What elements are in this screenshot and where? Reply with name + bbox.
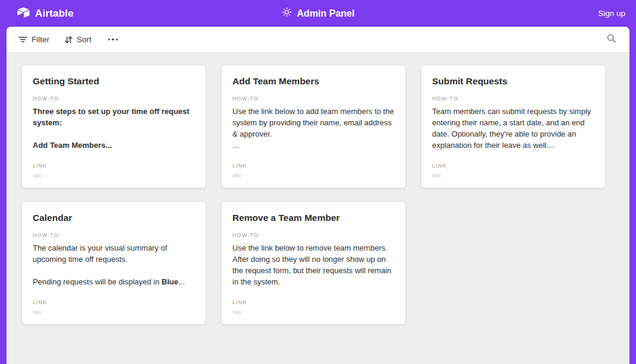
filter-lines-icon	[18, 36, 27, 43]
sun-icon	[282, 7, 292, 20]
howto-field-label: HOW-TO:	[33, 96, 195, 102]
filter-label: Filter	[32, 35, 49, 44]
ellipsis-icon	[108, 39, 111, 41]
card-body: The calendar is your visual summary of u…	[33, 242, 195, 299]
card-title: Remove a Team Member	[232, 213, 395, 223]
airtable-mark-icon	[17, 7, 30, 21]
link-field-label: LINK	[232, 163, 395, 169]
body-paragraph: Team members can submit requests by simp…	[432, 106, 594, 151]
card-remove-team-member[interactable]: Remove a Team Member HOW-TO: Use the lin…	[221, 201, 406, 325]
link-field-label: LINK	[232, 299, 395, 305]
sign-up-link[interactable]: Sign up	[598, 9, 626, 18]
link-placeholder-pill	[232, 311, 241, 314]
card-add-team-members[interactable]: Add Team Members HOW-TO: Use the link be…	[221, 65, 406, 188]
link-field: LINK	[232, 163, 395, 181]
link-placeholder-pill	[33, 174, 42, 178]
airtable-logo[interactable]: Airtable	[17, 7, 74, 21]
more-options-button[interactable]	[107, 36, 119, 43]
body-paragraph: Three steps to set up your time off requ…	[33, 106, 195, 128]
card-title: Calendar	[33, 213, 195, 223]
page-title: Admin Panel	[297, 8, 355, 19]
body-paragraph: Add Team Members...	[33, 140, 195, 151]
brand-wordmark: Airtable	[35, 8, 74, 20]
app-header: Airtable Admin Panel Sign up	[0, 0, 636, 27]
content-panel: Filter Sort	[7, 27, 629, 364]
sort-label: Sort	[77, 35, 92, 44]
view-toolbar: Filter Sort	[7, 27, 629, 53]
link-field: LINK	[33, 163, 195, 181]
view-title-bar: Admin Panel	[0, 0, 636, 27]
link-field-label: LINK	[33, 299, 195, 305]
link-placeholder-pill	[33, 311, 42, 314]
howto-field-label: HOW-TO:	[232, 96, 395, 102]
link-field: LINK	[33, 299, 195, 317]
card-title: Add Team Members	[232, 76, 395, 87]
link-field: LINK	[232, 299, 395, 317]
card-body: Team members can submit requests by simp…	[432, 106, 594, 163]
filter-button[interactable]: Filter	[18, 35, 49, 44]
body-paragraph: The calendar is your visual summary of u…	[33, 242, 195, 265]
howto-field-label: HOW-TO:	[33, 232, 195, 238]
card-title: Submit Requests	[432, 76, 594, 87]
card-body: Three steps to set up your time off requ…	[33, 106, 195, 163]
link-field-label: LINK	[432, 163, 594, 169]
card-body: Use the link below to remove team member…	[232, 242, 395, 299]
link-field: LINK	[432, 163, 594, 181]
card-calendar[interactable]: Calendar HOW-TO: The calendar is your vi…	[21, 201, 206, 325]
sort-arrows-icon	[65, 36, 73, 44]
body-paragraph: ...	[232, 140, 395, 151]
link-placeholder-pill	[432, 174, 441, 178]
card-submit-requests[interactable]: Submit Requests HOW-TO: Team members can…	[421, 65, 606, 188]
card-title: Getting Started	[33, 76, 195, 87]
body-paragraph: Pending requests will be displayed in Bl…	[33, 276, 195, 287]
body-paragraph: Use the link below to remove team member…	[232, 242, 395, 287]
gallery-grid: Getting Started HOW-TO: Three steps to s…	[7, 53, 629, 337]
howto-field-label: HOW-TO:	[432, 96, 594, 102]
magnifier-icon	[606, 33, 616, 46]
howto-field-label: HOW-TO:	[232, 232, 395, 238]
body-paragraph: Use the link below to add team members t…	[232, 106, 395, 140]
card-getting-started[interactable]: Getting Started HOW-TO: Three steps to s…	[21, 65, 206, 188]
link-field-label: LINK	[33, 163, 195, 169]
card-body: Use the link below to add team members t…	[232, 106, 395, 163]
sort-button[interactable]: Sort	[65, 35, 92, 44]
link-placeholder-pill	[232, 174, 241, 178]
search-button[interactable]	[605, 32, 618, 47]
